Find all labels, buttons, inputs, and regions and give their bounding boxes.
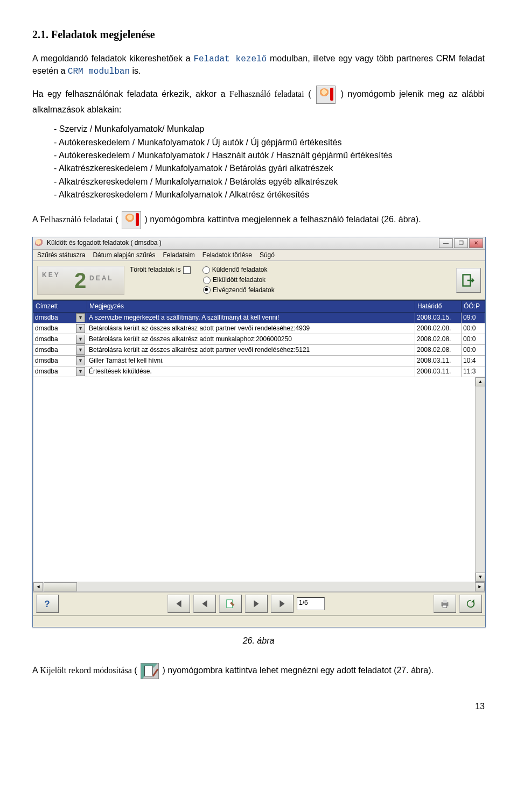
table-row[interactable]: dmsdba▼ A szervizbe megérkezett a szállí… (33, 312, 485, 323)
radio-todo[interactable] (203, 286, 211, 294)
text: ) nyomógombra kattintva megjelennek a fe… (142, 215, 421, 224)
text: Ha egy felhasználónak feladata érkezik, … (32, 89, 229, 98)
col-deadline[interactable]: Határidő (415, 300, 462, 312)
printer-icon (439, 598, 451, 610)
scroll-thumb[interactable] (44, 582, 77, 591)
chevron-down-icon[interactable]: ▼ (76, 335, 85, 344)
chevron-down-icon[interactable]: ▼ (76, 324, 85, 333)
maximize-button[interactable]: ❐ (454, 238, 468, 248)
scroll-down-icon[interactable]: ▼ (476, 573, 485, 582)
exit-button[interactable] (456, 268, 481, 293)
col-time[interactable]: ÓÓ:P (462, 300, 485, 312)
text: ( (132, 666, 139, 675)
scroll-up-icon[interactable]: ▲ (476, 377, 485, 386)
table-row[interactable]: dmsdba▼ Giller Tamást fel kell hívni. 20… (33, 355, 485, 366)
last-button[interactable] (271, 595, 294, 613)
cell-note: Giller Tamást fel kell hívni. (87, 355, 415, 366)
recipient-dropdown[interactable]: dmsdba▼ (35, 313, 85, 322)
menu-item[interactable]: Dátum alapján szűrés (93, 251, 155, 260)
cell-note: Értesítések kiküldése. (87, 366, 415, 377)
radio-label: Elvégzendő feladatok (213, 286, 275, 295)
bottom-toolbar: ? 1/6 (33, 592, 485, 615)
recipient-dropdown[interactable]: dmsdba▼ (35, 345, 85, 355)
text: A megoldandó feladatok kikereshetőek a (32, 54, 193, 63)
cell-date: 2008.02.08. (415, 344, 462, 355)
radio-sent[interactable] (203, 277, 211, 284)
menu-item[interactable]: Szűrés státuszra (37, 251, 85, 260)
col-note[interactable]: Megjegyzés (87, 300, 415, 312)
chevron-down-icon[interactable]: ▼ (76, 367, 85, 376)
logo: KEY 2 DEAL (37, 266, 124, 295)
print-button[interactable] (434, 595, 456, 613)
menu-item[interactable]: Súgó (260, 251, 275, 260)
grid-empty-area: ▲ ▼ (33, 377, 485, 582)
paragraph-4: A Kijelölt rekord módosítása ( ) nyomógo… (32, 663, 485, 679)
list-item: Autókereskedelem / Munkafolyamatok / Új … (54, 137, 485, 149)
cell-time: 00:0 (462, 323, 485, 334)
chevron-down-icon[interactable]: ▼ (76, 313, 85, 322)
module-name: Feladat kezelő (193, 54, 267, 64)
edit-record-button[interactable] (219, 595, 242, 613)
menubar: Szűrés státuszra Dátum alapján szűrés Fe… (33, 250, 485, 262)
scroll-right-icon[interactable]: ► (475, 582, 485, 591)
first-button[interactable] (167, 595, 190, 613)
refresh-button[interactable] (459, 595, 482, 613)
cell-date: 2008.02.08. (415, 323, 462, 334)
edit-icon (225, 598, 236, 610)
window-buttons: — ❐ ✕ (439, 238, 483, 248)
horizontal-scrollbar[interactable]: ◄ ► (33, 582, 485, 592)
recipient-dropdown[interactable]: dmsdba▼ (35, 367, 85, 376)
deleted-checkbox[interactable] (183, 266, 191, 274)
menu-item[interactable]: Feladatok törlése (202, 251, 252, 260)
text: ( (304, 89, 315, 98)
close-button[interactable]: ✕ (469, 238, 483, 248)
table-row[interactable]: dmsdba▼ Értesítések kiküldése. 2008.03.1… (33, 366, 485, 377)
chevron-down-icon[interactable]: ▼ (76, 345, 85, 355)
recipient-dropdown[interactable]: dmsdba▼ (35, 324, 85, 333)
minimize-button[interactable]: — (439, 238, 453, 248)
col-recipient[interactable]: Címzett (33, 300, 87, 312)
radio-send[interactable] (202, 266, 210, 274)
last-icon (276, 598, 288, 610)
table-row[interactable]: dmsdba▼ Betárolásra került az összes alk… (33, 334, 485, 344)
radio-label: Elküldött feladatok (213, 276, 266, 285)
paragraph-1: A megoldandó feladatok kikereshetőek a F… (32, 53, 485, 78)
recipient-dropdown[interactable]: dmsdba▼ (35, 335, 85, 344)
question-icon: ? (41, 598, 53, 610)
cell-date: 2008.03.11. (415, 366, 462, 377)
bullet-list: Szerviz / Munkafolyamatok/ Munkalap Autó… (32, 123, 485, 201)
recipient-dropdown[interactable]: dmsdba▼ (35, 356, 85, 365)
button-reference: Felhasználó feladatai (229, 89, 304, 98)
user-tasks-icon (316, 86, 336, 104)
cell-note: Betárolásra került az összes alkatrész a… (87, 344, 415, 355)
paragraph-2: Ha egy felhasználónak feladata érkezik, … (32, 86, 485, 116)
help-button[interactable]: ? (36, 595, 59, 613)
first-icon (173, 598, 185, 610)
prev-button[interactable] (193, 595, 216, 613)
chevron-down-icon[interactable]: ▼ (76, 356, 85, 365)
vertical-scrollbar[interactable]: ▲ ▼ (475, 377, 485, 582)
cell-date: 2008.02.08. (415, 334, 462, 344)
app-window: Küldött és fogadott feladatok ( dmsdba )… (32, 237, 486, 627)
radio-label: Küldendő feladatok (212, 265, 268, 274)
cell-note: A szervizbe megérkezett a szállítmány. A… (87, 312, 415, 323)
cell-time: 10:4 (462, 355, 485, 366)
cell-time: 00:0 (462, 334, 485, 344)
list-item: Alkatrészkereskedelem / Munkafolyamatok … (54, 176, 485, 188)
list-item: Autókereskedelem / Munkafolyamatok / Has… (54, 150, 485, 161)
table-row[interactable]: dmsdba▼ Betárolásra került az összes alk… (33, 323, 485, 334)
titlebar: Küldött és fogadott feladatok ( dmsdba )… (33, 237, 485, 250)
statusbar (33, 615, 485, 627)
text: is. (130, 66, 141, 75)
text: ( (113, 215, 121, 224)
next-button[interactable] (245, 595, 268, 613)
menu-item[interactable]: Feladataim (163, 251, 194, 260)
cell-time: 09:0 (462, 312, 485, 323)
scroll-left-icon[interactable]: ◄ (33, 582, 43, 591)
page-indicator[interactable]: 1/6 (297, 597, 325, 610)
button-reference: Kijelölt rekord módosítása (40, 666, 132, 675)
text: ) nyomógombra kattintva lehet megnézni e… (160, 666, 434, 675)
table-row[interactable]: dmsdba▼ Betárolásra került az összes alk… (33, 344, 485, 355)
list-item: Alkatrészkereskedelem / Munkafolyamatok … (54, 189, 485, 201)
cell-date: 2008.03.15. (415, 312, 462, 323)
